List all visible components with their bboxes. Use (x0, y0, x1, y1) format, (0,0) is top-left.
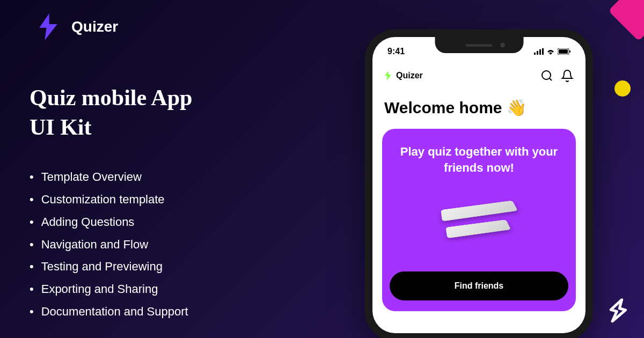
search-icon[interactable] (540, 69, 553, 82)
illustration-slab (441, 201, 518, 222)
app-logo: Quizer (384, 71, 423, 80)
welcome-heading: Welcome home 👋 (372, 91, 586, 129)
find-friends-button[interactable]: Find friends (390, 271, 568, 300)
svg-rect-3 (542, 48, 544, 55)
status-time: 9:41 (387, 47, 405, 56)
phone-notch (435, 37, 523, 53)
decorative-shape-pink (608, 0, 644, 41)
header-actions (540, 69, 574, 82)
quiz-card: Play quiz together with your friends now… (382, 129, 576, 311)
card-title: Play quiz together with your friends now… (394, 144, 564, 175)
svg-rect-1 (537, 51, 538, 55)
wifi-icon (546, 48, 555, 55)
svg-rect-2 (539, 49, 541, 55)
page-title: Quiz mobile App UI Kit (30, 83, 192, 142)
bolt-icon (384, 71, 392, 80)
brand-name: Quizer (71, 18, 118, 35)
status-icons (534, 48, 570, 55)
list-item: Documentation and Support (30, 300, 192, 323)
decorative-circle-yellow (614, 80, 631, 97)
app-name: Quizer (396, 71, 423, 80)
brand-logo: Quizer (35, 13, 118, 40)
bolt-icon (35, 13, 62, 40)
camera-icon (500, 43, 504, 47)
svg-point-7 (542, 71, 551, 79)
list-item: Exporting and Sharing (30, 278, 192, 300)
card-illustration (394, 186, 564, 256)
list-item: Navigation and Flow (30, 233, 192, 256)
svg-rect-5 (559, 49, 568, 54)
list-item: Template Overview (30, 166, 192, 188)
hero-content: Quiz mobile App UI Kit Template Overview… (30, 83, 192, 323)
decorative-bolt-icon (603, 295, 632, 332)
bell-icon[interactable] (561, 69, 574, 82)
app-header: Quizer (372, 61, 586, 91)
svg-line-8 (550, 78, 552, 80)
phone-screen: 9:41 Quizer Welcome home 👋 Play quiz tog… (372, 37, 586, 333)
list-item: Adding Questions (30, 211, 192, 233)
feature-list: Template Overview Customization template… (30, 166, 192, 323)
list-item: Customization template (30, 188, 192, 211)
svg-rect-0 (534, 53, 536, 55)
signal-icon (534, 48, 544, 55)
list-item: Testing and Previewing (30, 255, 192, 278)
battery-icon (558, 48, 570, 55)
svg-rect-6 (569, 50, 570, 53)
phone-mockup: 9:41 Quizer Welcome home 👋 Play quiz tog… (365, 30, 593, 338)
illustration-slab (445, 220, 511, 239)
speaker-icon (466, 44, 493, 47)
